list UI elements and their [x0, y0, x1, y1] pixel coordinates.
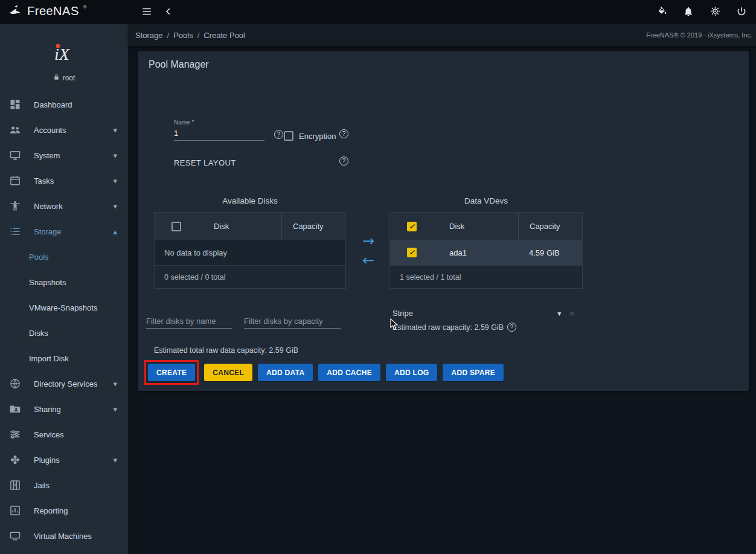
available-disks-header: Disk Capacity	[155, 213, 345, 240]
plugins-flower-icon	[8, 453, 22, 466]
add-cache-button[interactable]: ADD CACHE	[318, 364, 380, 381]
encryption-help-icon[interactable]: ?	[339, 129, 348, 138]
breadcrumb-pools[interactable]: Pools	[173, 31, 193, 40]
notifications-button[interactable]	[682, 3, 694, 21]
sidebar-item-sharing[interactable]: Sharing ▾	[0, 396, 128, 422]
encryption-checkbox[interactable]	[284, 131, 293, 141]
chevron-left-icon	[164, 7, 173, 18]
paint-bucket-icon	[656, 5, 668, 19]
sidebar-item-label: Storage	[34, 227, 113, 236]
gear-icon	[710, 5, 721, 19]
sidebar-item-dashboard[interactable]: Dashboard	[0, 92, 128, 117]
chevron-down-icon: ▾	[113, 151, 117, 160]
estimated-total-capacity-text: Estimated total raw data capacity: 2.59 …	[154, 346, 298, 355]
disk-name-cell: ada1	[434, 248, 518, 257]
sidebar-item-network[interactable]: Network ▾	[0, 193, 128, 219]
add-log-button[interactable]: ADD LOG	[386, 364, 437, 381]
filter-disks-by-capacity-input[interactable]	[244, 315, 341, 329]
reset-layout-button[interactable]: RESET LAYOUT	[168, 153, 242, 172]
sidebar-item-reporting[interactable]: Reporting	[0, 498, 128, 523]
layout-help-icon[interactable]: ?	[339, 156, 348, 166]
ix-logo: iX	[50, 40, 78, 69]
settings-button[interactable]	[709, 3, 721, 21]
pool-name-input[interactable]	[174, 127, 264, 141]
freenas-logo: FreeNAS ®	[0, 3, 128, 21]
sidebar-item-jails[interactable]: Jails	[0, 472, 128, 498]
move-left-button[interactable]: ←	[362, 253, 374, 268]
sidebar-item-directory-services[interactable]: Directory Services ▾	[0, 371, 128, 396]
sidebar-item-label: Accounts	[34, 126, 113, 135]
copyright-text: FreeNAS® © 2019 - iXsystems, Inc.	[646, 31, 752, 39]
brand-trademark: ®	[83, 4, 87, 10]
raw-capacity-help-icon[interactable]: ?	[507, 323, 516, 332]
data-vdevs-title: Data VDevs	[389, 196, 583, 205]
breadcrumb-bar: Storage / Pools / Create Pool FreeNAS® ©…	[128, 24, 756, 46]
sidebar-item-import-disk[interactable]: Import Disk	[0, 346, 128, 371]
calendar-icon	[8, 174, 22, 187]
vdev-disk-row[interactable]: ✓ ada1 4.59 GiB	[390, 240, 582, 265]
sidebar-item-label: Services	[34, 430, 120, 439]
main-content: Pool Manager Name * ? Encryption ? RESET…	[128, 46, 756, 554]
people-icon	[8, 123, 22, 137]
power-icon	[736, 6, 747, 19]
sidebar-item-system[interactable]: System ▾	[0, 143, 128, 168]
sidebar-item-disks[interactable]: Disks	[0, 320, 128, 346]
pool-manager-card: Pool Manager Name * ? Encryption ? RESET…	[138, 51, 749, 391]
available-disks-table: Disk Capacity No data to display 0 selec…	[154, 212, 346, 289]
estimated-raw-capacity-group: Estimated raw capacity: 2.59 GiB ?	[392, 323, 516, 332]
shark-icon	[7, 3, 23, 21]
move-disk-arrows: → ←	[355, 234, 382, 268]
add-spare-button[interactable]: ADD SPARE	[443, 364, 504, 381]
computer-icon	[8, 529, 22, 543]
sidebar-item-virtual-machines[interactable]: Virtual Machines	[0, 523, 128, 549]
vdev-layout-select[interactable]: Stripe ▾ ×	[392, 308, 575, 318]
column-header-disk: Disk	[434, 222, 518, 231]
column-header-capacity: Capacity	[518, 213, 582, 240]
filter-disks-by-name-input[interactable]	[146, 315, 232, 329]
add-data-button[interactable]: ADD DATA	[258, 364, 313, 381]
sidebar-item-label: Plugins	[34, 456, 113, 465]
sidebar-profile: iX root	[0, 24, 128, 92]
shared-folder-icon	[8, 402, 22, 416]
arrow-left-icon: ←	[362, 252, 374, 269]
encryption-checkbox-group[interactable]: Encryption	[284, 131, 336, 141]
sidebar-item-tasks[interactable]: Tasks ▾	[0, 168, 128, 193]
card-divider	[138, 83, 749, 83]
select-all-vdevs-checkbox[interactable]: ✓	[407, 222, 417, 231]
sidebar-item-plugins[interactable]: Plugins ▾	[0, 447, 128, 472]
sidebar-item-snapshots[interactable]: Snapshots	[0, 269, 128, 295]
logged-in-user: root	[53, 74, 75, 82]
sidebar-item-pools[interactable]: Pools	[0, 244, 128, 269]
breadcrumb-separator: /	[197, 31, 200, 40]
bell-icon	[683, 6, 694, 19]
data-vdevs-summary: 1 selected / 1 total	[390, 265, 582, 288]
create-button[interactable]: CREATE	[148, 364, 195, 381]
power-button[interactable]	[735, 3, 748, 21]
menu-button[interactable]	[138, 3, 156, 21]
select-all-available-checkbox[interactable]	[171, 222, 181, 231]
check-icon: ✓	[409, 249, 415, 256]
network-icon	[8, 199, 22, 213]
check-icon: ✓	[409, 223, 415, 230]
sidebar-item-storage[interactable]: Storage ▴	[0, 219, 128, 244]
sliders-icon	[8, 428, 22, 441]
name-help-icon[interactable]: ?	[274, 130, 283, 139]
sidebar-item-accounts[interactable]: Accounts ▾	[0, 117, 128, 143]
globe-icon	[8, 377, 22, 390]
column-header-disk: Disk	[198, 222, 281, 231]
back-button[interactable]	[159, 3, 178, 21]
theme-picker-button[interactable]	[656, 3, 668, 21]
clear-selection-icon[interactable]: ×	[569, 308, 575, 318]
move-right-button[interactable]: →	[362, 234, 374, 248]
data-vdevs-table: ✓ Disk Capacity ✓ ada1 4.59 GiB 1 select…	[389, 212, 583, 289]
breadcrumb-storage[interactable]: Storage	[135, 31, 163, 40]
action-buttons-row: CREATE CANCEL ADD DATA ADD CACHE ADD LOG…	[144, 360, 504, 385]
sidebar-item-vmware-snapshots[interactable]: VMware-Snapshots	[0, 295, 128, 320]
chevron-down-icon: ▾	[113, 379, 117, 388]
cancel-button[interactable]: CANCEL	[204, 364, 252, 381]
sidebar-item-label: System	[34, 151, 113, 160]
row-checkbox[interactable]: ✓	[407, 248, 417, 257]
sidebar-item-services[interactable]: Services	[0, 422, 128, 447]
available-disks-title: Available Disks	[154, 196, 346, 205]
sidebar-item-label: Reporting	[34, 506, 120, 515]
